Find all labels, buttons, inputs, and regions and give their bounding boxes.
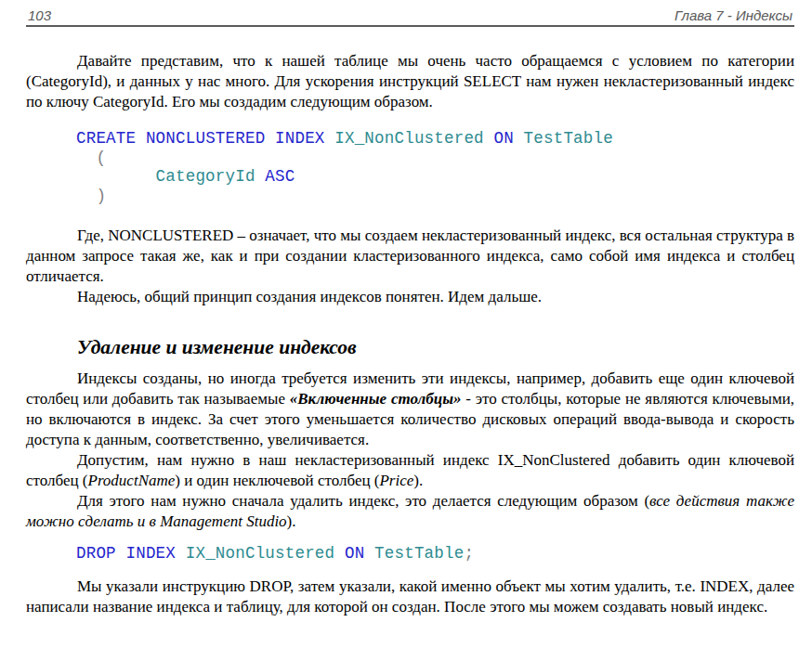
code-token: ( [76,149,106,167]
code-token: DROP [76,544,126,563]
text-segment-productname: ProductName [88,472,176,489]
text-segment: Для этого нам нужно сначала удалить инде… [77,492,649,510]
code-token: INDEX [126,544,186,563]
paragraph-modify-indexes: Индексы созданы, но иногда требуется изм… [26,369,794,450]
text-segment: ). [287,512,296,530]
book-page: 103 Глава 7 - Индексы Давайте представим… [0,0,812,648]
section-heading-delete-modify-indexes: Удаление и изменение индексов [26,333,794,361]
code-line: ( [76,149,794,168]
page-header: 103 Глава 7 - Индексы [26,0,794,27]
chapter-title: Глава 7 - Индексы [674,7,792,23]
code-token: ASC [265,167,295,186]
code-token: ON [494,129,524,148]
text-segment-price: Price [379,472,413,489]
code-line: ) [76,187,794,206]
code-token: IX_NonClustered [186,544,345,563]
code-line: CategoryId ASC [76,167,794,187]
code-token: ) [76,187,106,205]
paragraph-explain-drop: Мы указали инструкцию DROP, затем указал… [26,577,794,617]
sql-create-index-code-block: CREATE NONCLUSTERED INDEX IX_NonClustere… [76,129,794,205]
code-token: ON [345,544,374,563]
code-token: INDEX [275,129,334,148]
code-token: CategoryId [76,167,265,186]
paragraph-intro: Давайте представим, что к нашей таблице … [26,51,794,112]
paragraph-hope: Надеюсь, общий принцип создания индексов… [26,287,794,307]
sql-drop-index-code-block: DROP INDEX IX_NonClustered ON TestTable; [76,544,794,564]
code-token: IX_NonClustered [334,129,493,148]
code-token: TestTable [524,129,613,148]
code-token: TestTable [374,544,464,563]
text-segment: ). [413,472,423,489]
text-segment-included-columns: «Включенные столбцы» [290,390,462,408]
text-segment: ) и один неключевой столбец ( [175,472,379,489]
page-content: Давайте представим, что к нашей таблице … [0,51,812,617]
code-token: NONCLUSTERED [146,129,275,148]
code-token: CREATE [76,129,146,148]
paragraph-where-nonclustered: Где, NONCLUSTERED – означает, что мы соз… [26,226,794,287]
code-line: DROP INDEX IX_NonClustered ON TestTable; [76,544,794,564]
page-number: 103 [28,7,51,23]
code-line: CREATE NONCLUSTERED INDEX IX_NonClustere… [76,129,794,149]
paragraph-drop-intro: Для этого нам нужно сначала удалить инде… [26,491,794,532]
code-token: ; [464,544,474,563]
paragraph-add-columns: Допустим, нам нужно в наш некластеризова… [26,450,794,491]
